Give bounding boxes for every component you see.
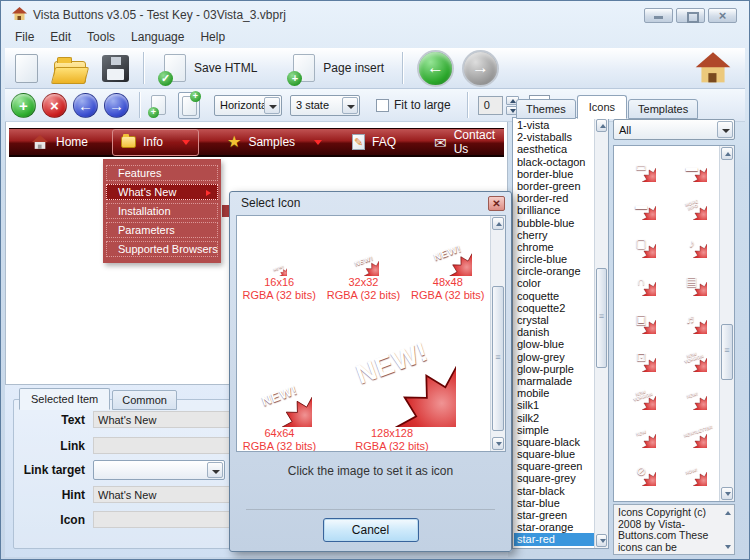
page-insert-button[interactable]: + Page insert [287, 52, 390, 84]
close-button[interactable] [708, 8, 737, 23]
submenu-item[interactable]: What's New [106, 184, 218, 200]
documents-star-icon[interactable]: ▤ [667, 262, 718, 300]
icon-option-16[interactable]: NEW! 16x16 RGBA (32 bits) [237, 226, 321, 302]
now-star-icon[interactable]: NOW! [667, 452, 718, 490]
theme-list-item[interactable]: simple [514, 424, 594, 436]
theme-list-item[interactable]: bubble-blue [514, 217, 594, 229]
submenu-item[interactable]: Installation [106, 203, 218, 219]
scroll-up-icon[interactable] [596, 119, 607, 132]
move-right-button[interactable]: → [104, 93, 129, 118]
submenu-item[interactable]: Supported Browsers [106, 241, 218, 257]
preview-button-contact[interactable]: ✉ Contact Us [426, 129, 504, 156]
theme-list-item[interactable]: star-red [514, 533, 594, 545]
submenu-item[interactable]: Parameters [106, 222, 218, 238]
theme-list-item[interactable]: black-octagon [514, 156, 594, 168]
tab-templates[interactable]: Templates [628, 99, 698, 119]
theme-list-item[interactable]: 1-vista [514, 119, 594, 131]
icon-option-64[interactable]: NEW! 64x64 RGBA (32 bits) [237, 302, 322, 451]
icon-option-48[interactable]: NEW! 48x48 RGBA (32 bits) [406, 226, 490, 302]
theme-list-item[interactable]: square-blue [514, 448, 594, 460]
theme-list-item[interactable]: star-green [514, 509, 594, 521]
newsletter-star-icon[interactable]: NEWSLETTER [667, 414, 718, 452]
theme-list-item[interactable]: silk1 [514, 399, 594, 411]
minimize-button[interactable] [644, 8, 673, 23]
theme-list-item[interactable]: silk2 [514, 412, 594, 424]
theme-list-item[interactable]: star-blue [514, 497, 594, 509]
theme-list-item[interactable]: star-orange [514, 521, 594, 533]
theme-list-item[interactable]: square-green [514, 460, 594, 472]
scroll-up-icon[interactable] [721, 147, 733, 160]
theme-list-item[interactable]: glow-purple [514, 363, 594, 375]
no-sign-star-icon[interactable]: ⊘ [616, 452, 667, 490]
icon-filter-select[interactable]: All [613, 119, 735, 140]
dialog-close-icon[interactable]: ✕ [488, 196, 505, 211]
media-file-star-icon[interactable]: ♬ [667, 300, 718, 338]
theme-list-item[interactable]: border-green [514, 180, 594, 192]
theme-list-item[interactable]: glow-grey [514, 351, 594, 363]
maximize-button[interactable] [676, 8, 705, 23]
theme-list-item[interactable]: 2-vistaballs [514, 131, 594, 143]
back-button[interactable]: ← [417, 50, 454, 87]
home-button[interactable] [693, 50, 733, 87]
menu-item[interactable]: Help [194, 29, 235, 47]
scroll-up-icon[interactable] [492, 217, 504, 230]
minus-star-icon[interactable]: ▬ [616, 186, 667, 224]
theme-list-item[interactable]: glow-blue [514, 338, 594, 350]
scroll-down-icon[interactable] [492, 437, 504, 450]
theme-list-item[interactable]: coquette [514, 290, 594, 302]
icon-option-128[interactable]: NEW! 128x128 RGBA (32 bits) [322, 302, 462, 451]
new-version-star-icon[interactable]: NEW VERSION [616, 376, 667, 414]
star-icon[interactable] [667, 490, 718, 500]
theme-list-item[interactable]: aesthetica [514, 143, 594, 155]
new-version-star-icon[interactable]: NEW VERSION [667, 338, 718, 376]
offset-spinner-value[interactable]: 0 [478, 96, 503, 115]
theme-list-item[interactable]: marmalade [514, 375, 594, 387]
theme-list-item[interactable]: border-blue [514, 168, 594, 180]
scrollbar-thumb[interactable] [492, 286, 504, 431]
theme-list-item[interactable]: square-grey [514, 472, 594, 484]
menu-item[interactable]: File [9, 29, 44, 47]
cancel-button[interactable]: Cancel [323, 518, 419, 542]
preview-button-home[interactable]: Home [23, 129, 96, 156]
pictures-star-icon[interactable]: ▣ [616, 300, 667, 338]
dialog-scrollbar[interactable] [490, 216, 505, 451]
theme-list-item[interactable]: crystal [514, 314, 594, 326]
scroll-down-icon[interactable] [723, 542, 732, 551]
scroll-up-icon[interactable] [723, 508, 732, 517]
add-submenu-button[interactable]: + [178, 92, 200, 119]
preview-button-samples[interactable]: ★ Samples [219, 129, 330, 156]
theme-list-item[interactable]: brilliance [514, 204, 594, 216]
menu-item[interactable]: Edit [44, 29, 81, 47]
theme-list-scrollbar[interactable] [594, 118, 608, 548]
orientation-select[interactable]: Horizontal [214, 95, 282, 116]
icon-option-32[interactable]: NEW! 32x32 RGBA (32 bits) [321, 226, 405, 302]
theme-list-item[interactable]: chrome [514, 241, 594, 253]
tab-themes[interactable]: Themes [516, 99, 576, 119]
open-project-icon[interactable] [54, 61, 86, 84]
save-project-icon[interactable] [102, 55, 129, 82]
fit-to-large-checkbox[interactable] [376, 99, 389, 112]
new-star-icon[interactable]: NEW [616, 414, 667, 452]
screen-star-icon[interactable]: ▭ [616, 148, 667, 186]
icon-grid-scrollbar[interactable] [719, 146, 734, 501]
mouse-star-icon[interactable]: ▢ [616, 224, 667, 262]
preview-button-faq[interactable]: FAQ [344, 129, 404, 156]
save-html-button[interactable]: ✓ Save HTML [158, 52, 263, 84]
theme-list-item[interactable]: mobile [514, 387, 594, 399]
tab-icons[interactable]: Icons [577, 95, 627, 119]
preview-button-info[interactable]: Info [112, 129, 199, 156]
menu-item[interactable]: Tools [81, 29, 125, 47]
add-item-button[interactable]: + [148, 92, 170, 119]
music-star-icon[interactable]: ♪ [667, 224, 718, 262]
theme-list-item[interactable]: circle-blue [514, 253, 594, 265]
link-target-select[interactable] [93, 460, 225, 480]
delete-button[interactable]: × [42, 93, 67, 118]
tab-selected-item[interactable]: Selected Item [19, 388, 110, 410]
minus-star-icon[interactable]: ▬ [667, 148, 718, 186]
theme-list-item[interactable]: circle-orange [514, 265, 594, 277]
new-star-icon[interactable]: NEW! [667, 376, 718, 414]
scroll-down-icon[interactable] [721, 487, 733, 500]
add-button[interactable]: + [11, 93, 36, 118]
move-left-button[interactable]: ← [73, 93, 98, 118]
scroll-down-icon[interactable] [596, 534, 607, 547]
